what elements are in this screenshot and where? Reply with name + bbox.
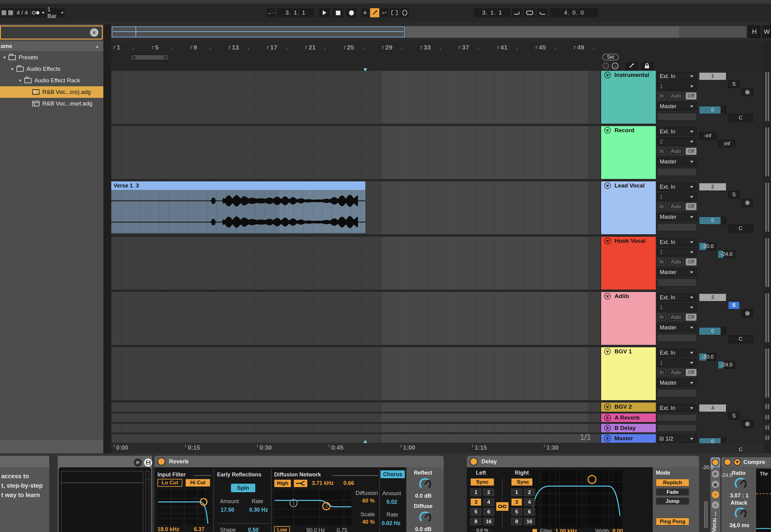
scale-value[interactable]: 40 %: [362, 519, 375, 525]
rack-hotswap-icon[interactable]: ⟳: [712, 470, 719, 478]
prev-locator-button[interactable]: ←: [602, 63, 609, 69]
time-signature[interactable]: 4 / 4: [15, 8, 30, 17]
delay-beat-5[interactable]: 5: [470, 508, 481, 516]
send-a-lead-vocal[interactable]: -20.0: [699, 353, 716, 361]
high-shelf-icon[interactable]: [294, 479, 308, 487]
track-scroll-handle[interactable]: [765, 415, 767, 420]
punch-out-button[interactable]: [537, 8, 547, 17]
draw-mode-button[interactable]: [370, 8, 379, 17]
track-scroll-handle[interactable]: [768, 183, 769, 232]
delay-filter-node[interactable]: [588, 475, 596, 483]
input-filter-graph[interactable]: [157, 490, 211, 525]
delay-filter-freq[interactable]: 1.00 kHz: [555, 528, 577, 532]
input-type-bgv-1[interactable]: Ext. In: [657, 349, 697, 357]
loop-start-handle[interactable]: [133, 56, 137, 59]
expand-icon[interactable]: ▼: [10, 67, 14, 71]
input-type-hook-vocal[interactable]: Ext. In: [657, 238, 697, 246]
diffusion-high-button[interactable]: High: [274, 479, 291, 487]
monitor-auto-lead-vocal[interactable]: Auto: [668, 203, 684, 210]
next-locator-button[interactable]: →: [612, 63, 618, 69]
send-b-instrumental[interactable]: -inf: [718, 140, 735, 148]
pan-instrumental[interactable]: C: [728, 114, 753, 122]
track-scroll-handle[interactable]: [765, 348, 767, 398]
delay-link-icon[interactable]: [496, 502, 509, 511]
diffuse-knob[interactable]: [418, 510, 432, 524]
send-a-instrumental[interactable]: -inf: [699, 132, 716, 140]
save-preset-icon[interactable]: [144, 458, 152, 467]
monitor-off-adlib[interactable]: Off: [686, 314, 697, 321]
track-scroll-handle[interactable]: [768, 348, 769, 398]
lane-adlib[interactable]: [111, 292, 600, 345]
reverb-power-led[interactable]: [157, 458, 165, 465]
tap-tempo-button-2[interactable]: [8, 8, 14, 17]
spin-button[interactable]: Spin: [231, 484, 255, 492]
loop-brace[interactable]: [131, 54, 169, 60]
track-scroll-handle[interactable]: [768, 238, 769, 287]
arm-button-instrumental[interactable]: [742, 88, 753, 96]
search-clear-icon[interactable]: ✕: [90, 28, 98, 37]
solo-button-hook-vocal[interactable]: S: [728, 412, 740, 420]
stop-button[interactable]: [332, 8, 343, 17]
arm-button-record[interactable]: [742, 199, 753, 207]
monitor-off-instrumental[interactable]: Off: [686, 92, 697, 100]
send-b-lead-vocal[interactable]: -24.0: [718, 361, 735, 369]
expand-icon[interactable]: ▼: [2, 55, 6, 60]
mode-repitch-button[interactable]: Repitch: [656, 479, 689, 486]
reflect-knob[interactable]: [418, 477, 432, 491]
fold-track-icon[interactable]: [604, 182, 611, 189]
lo-cut-button[interactable]: Lo Cut: [157, 479, 182, 487]
display-device-screen[interactable]: [59, 467, 151, 532]
mode-fade-button[interactable]: Fade: [656, 488, 689, 496]
bar-ruler[interactable]: 15913172125293337414549: [111, 43, 771, 70]
fold-track-icon[interactable]: [604, 293, 611, 300]
shape-value[interactable]: 0.50: [248, 527, 259, 532]
delay-filter-checkbox[interactable]: [532, 529, 537, 532]
lane-bgv-2[interactable]: [111, 403, 600, 412]
device-scrollbar-2[interactable]: [707, 501, 707, 528]
arm-button-hook-vocal[interactable]: [742, 420, 753, 428]
track-header-adlib[interactable]: Adlib: [601, 292, 656, 345]
ping-pong-button[interactable]: Ping Pong: [656, 518, 689, 525]
rack-macro-icon[interactable]: −: [712, 491, 719, 498]
diffusion-low-button[interactable]: Low: [274, 526, 290, 532]
arrangement-position[interactable]: 3. 1. 1: [277, 8, 314, 17]
loop-length[interactable]: 4. 0. 0: [551, 8, 598, 17]
delay-beat-1[interactable]: 1: [470, 489, 481, 496]
back-to-arrangement-button[interactable]: ↩: [380, 8, 388, 17]
track-number-hook-vocal[interactable]: 4: [699, 404, 726, 412]
automation-arm-button[interactable]: [401, 8, 409, 17]
send-b-record[interactable]: -24.0: [718, 250, 735, 258]
track-header-lead-vocal[interactable]: Lead Vocal: [601, 181, 656, 234]
lane-record[interactable]: [111, 126, 600, 179]
clip-waveform[interactable]: [111, 190, 365, 233]
input-channel-hook-vocal[interactable]: 1: [657, 248, 697, 256]
input-type-record[interactable]: Ext. In: [657, 128, 697, 136]
loop-start[interactable]: 3. 1. 1: [474, 8, 511, 17]
track-number-lead-vocal[interactable]: 3: [699, 293, 726, 301]
device-scrollbar[interactable]: [704, 501, 705, 528]
monitor-off-lead-vocal[interactable]: Off: [686, 203, 697, 210]
delay-beat-2[interactable]: 2: [524, 489, 535, 496]
ratio-value[interactable]: 3.07 : 1: [730, 493, 749, 499]
delay-beat-16[interactable]: 16: [483, 518, 494, 525]
display-scroll-handle[interactable]: [146, 471, 149, 480]
input-type-instrumental[interactable]: Ext. In: [657, 72, 697, 80]
play-circle-icon[interactable]: [604, 414, 611, 421]
loop-switch[interactable]: [524, 8, 535, 17]
delay-filter-display[interactable]: [532, 470, 622, 527]
rack-save-icon[interactable]: ▣: [712, 481, 719, 488]
play-button[interactable]: [319, 8, 330, 17]
reflect-value[interactable]: 0.0 dB: [415, 493, 432, 499]
monitor-in-bgv-1[interactable]: In: [657, 369, 666, 376]
track-header-record[interactable]: Record: [601, 126, 656, 179]
cue-out-master[interactable]: 1/2: [657, 435, 697, 443]
pan-record[interactable]: C: [728, 225, 753, 232]
metronome-toggle[interactable]: [31, 8, 46, 17]
track-scroll-handle[interactable]: [768, 415, 769, 420]
delay-beat-3[interactable]: 3: [470, 498, 481, 506]
input-channel-record[interactable]: 2: [657, 138, 697, 146]
input-type-lead-vocal[interactable]: Ext. In: [657, 183, 697, 191]
chorus-amount-value[interactable]: 0.02: [387, 499, 397, 505]
delay-beat-4[interactable]: 4: [524, 498, 535, 506]
threshold-line[interactable]: [756, 493, 771, 494]
